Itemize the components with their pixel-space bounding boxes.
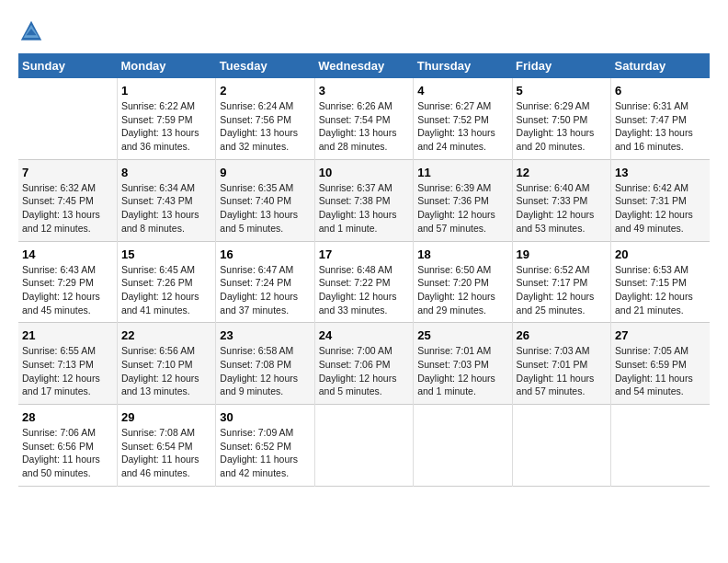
day-info: Sunrise: 6:29 AMSunset: 7:50 PMDaylight:… (517, 99, 607, 154)
day-number: 5 (517, 84, 607, 98)
calendar-cell: 18Sunrise: 6:50 AMSunset: 7:20 PMDayligh… (414, 241, 512, 323)
week-row-2: 7Sunrise: 6:32 AMSunset: 7:45 PMDaylight… (18, 159, 710, 241)
calendar-cell (18, 78, 117, 159)
week-row-3: 14Sunrise: 6:43 AMSunset: 7:29 PMDayligh… (18, 241, 710, 323)
day-number: 22 (121, 328, 211, 342)
week-row-5: 28Sunrise: 7:06 AMSunset: 6:56 PMDayligh… (18, 405, 710, 487)
week-row-1: 1Sunrise: 6:22 AMSunset: 7:59 PMDaylight… (18, 78, 710, 159)
weekday-header-tuesday: Tuesday (216, 53, 314, 78)
day-number: 25 (417, 328, 507, 342)
calendar-cell: 16Sunrise: 6:47 AMSunset: 7:24 PMDayligh… (216, 241, 314, 323)
calendar-cell: 12Sunrise: 6:40 AMSunset: 7:33 PMDayligh… (512, 159, 610, 241)
day-number: 21 (22, 328, 113, 342)
day-number: 9 (220, 166, 310, 179)
day-info: Sunrise: 6:24 AMSunset: 7:56 PMDaylight:… (220, 99, 310, 154)
calendar-cell (512, 405, 610, 487)
day-number: 6 (615, 84, 706, 98)
day-number: 30 (220, 410, 310, 424)
day-info: Sunrise: 6:53 AMSunset: 7:15 PMDaylight:… (615, 263, 706, 317)
calendar-cell: 17Sunrise: 6:48 AMSunset: 7:22 PMDayligh… (314, 241, 413, 323)
day-info: Sunrise: 6:40 AMSunset: 7:33 PMDaylight:… (517, 181, 607, 236)
weekday-header-thursday: Thursday (414, 53, 512, 78)
day-info: Sunrise: 7:05 AMSunset: 6:59 PMDaylight:… (615, 344, 706, 398)
day-info: Sunrise: 6:37 AMSunset: 7:38 PMDaylight:… (319, 181, 409, 236)
calendar-cell: 22Sunrise: 6:56 AMSunset: 7:10 PMDayligh… (117, 323, 215, 405)
day-info: Sunrise: 6:26 AMSunset: 7:54 PMDaylight:… (319, 99, 409, 154)
day-number: 18 (417, 247, 507, 261)
day-info: Sunrise: 6:50 AMSunset: 7:20 PMDaylight:… (417, 263, 507, 317)
day-number: 13 (615, 166, 706, 179)
calendar-cell: 26Sunrise: 7:03 AMSunset: 7:01 PMDayligh… (512, 323, 610, 405)
calendar-cell: 2Sunrise: 6:24 AMSunset: 7:56 PMDaylight… (216, 78, 314, 159)
day-info: Sunrise: 6:35 AMSunset: 7:40 PMDaylight:… (220, 181, 310, 236)
day-number: 16 (220, 247, 310, 261)
calendar-cell (611, 405, 710, 487)
day-number: 26 (517, 328, 607, 342)
day-number: 19 (517, 247, 607, 261)
day-info: Sunrise: 6:52 AMSunset: 7:17 PMDaylight:… (517, 263, 607, 317)
weekday-header-row: SundayMondayTuesdayWednesdayThursdayFrid… (18, 53, 710, 78)
day-number: 10 (319, 166, 409, 179)
weekday-header-monday: Monday (117, 53, 215, 78)
day-info: Sunrise: 7:09 AMSunset: 6:52 PMDaylight:… (220, 426, 310, 480)
weekday-header-wednesday: Wednesday (314, 53, 413, 78)
calendar-cell: 14Sunrise: 6:43 AMSunset: 7:29 PMDayligh… (18, 241, 117, 323)
day-number: 23 (220, 328, 310, 342)
calendar-cell: 29Sunrise: 7:08 AMSunset: 6:54 PMDayligh… (117, 405, 215, 487)
day-info: Sunrise: 6:55 AMSunset: 7:13 PMDaylight:… (22, 344, 113, 398)
calendar-cell (314, 405, 413, 487)
day-number: 14 (22, 247, 113, 261)
logo (18, 18, 48, 44)
weekday-header-sunday: Sunday (18, 53, 117, 78)
calendar-cell: 27Sunrise: 7:05 AMSunset: 6:59 PMDayligh… (611, 323, 710, 405)
page-header (18, 18, 710, 44)
day-info: Sunrise: 6:34 AMSunset: 7:43 PMDaylight:… (121, 181, 211, 236)
day-number: 3 (319, 84, 409, 98)
week-row-4: 21Sunrise: 6:55 AMSunset: 7:13 PMDayligh… (18, 323, 710, 405)
calendar-cell: 5Sunrise: 6:29 AMSunset: 7:50 PMDaylight… (512, 78, 610, 159)
day-number: 28 (22, 410, 113, 424)
day-info: Sunrise: 6:31 AMSunset: 7:47 PMDaylight:… (615, 99, 706, 154)
day-info: Sunrise: 6:39 AMSunset: 7:36 PMDaylight:… (417, 181, 507, 236)
calendar-cell (414, 405, 512, 487)
calendar-cell: 24Sunrise: 7:00 AMSunset: 7:06 PMDayligh… (314, 323, 413, 405)
day-info: Sunrise: 6:27 AMSunset: 7:52 PMDaylight:… (417, 99, 507, 154)
calendar-cell: 11Sunrise: 6:39 AMSunset: 7:36 PMDayligh… (414, 159, 512, 241)
day-number: 12 (517, 166, 607, 179)
day-number: 15 (121, 247, 211, 261)
calendar-cell: 7Sunrise: 6:32 AMSunset: 7:45 PMDaylight… (18, 159, 117, 241)
day-number: 29 (121, 410, 211, 424)
calendar-cell: 6Sunrise: 6:31 AMSunset: 7:47 PMDaylight… (611, 78, 710, 159)
day-info: Sunrise: 7:03 AMSunset: 7:01 PMDaylight:… (517, 344, 607, 398)
calendar-cell: 28Sunrise: 7:06 AMSunset: 6:56 PMDayligh… (18, 405, 117, 487)
day-number: 24 (319, 328, 409, 342)
logo-icon (18, 18, 44, 44)
day-number: 7 (22, 166, 113, 179)
day-number: 4 (417, 84, 507, 98)
day-info: Sunrise: 6:47 AMSunset: 7:24 PMDaylight:… (220, 263, 310, 317)
calendar-cell: 13Sunrise: 6:42 AMSunset: 7:31 PMDayligh… (611, 159, 710, 241)
day-number: 8 (121, 166, 211, 179)
weekday-header-friday: Friday (512, 53, 610, 78)
calendar-cell: 21Sunrise: 6:55 AMSunset: 7:13 PMDayligh… (18, 323, 117, 405)
day-number: 2 (220, 84, 310, 98)
calendar-table: SundayMondayTuesdayWednesdayThursdayFrid… (18, 53, 710, 487)
calendar-cell: 15Sunrise: 6:45 AMSunset: 7:26 PMDayligh… (117, 241, 215, 323)
day-number: 11 (417, 166, 507, 179)
day-info: Sunrise: 6:32 AMSunset: 7:45 PMDaylight:… (22, 181, 113, 236)
calendar-cell: 23Sunrise: 6:58 AMSunset: 7:08 PMDayligh… (216, 323, 314, 405)
calendar-cell: 9Sunrise: 6:35 AMSunset: 7:40 PMDaylight… (216, 159, 314, 241)
calendar-cell: 8Sunrise: 6:34 AMSunset: 7:43 PMDaylight… (117, 159, 215, 241)
calendar-cell: 3Sunrise: 6:26 AMSunset: 7:54 PMDaylight… (314, 78, 413, 159)
calendar-cell: 1Sunrise: 6:22 AMSunset: 7:59 PMDaylight… (117, 78, 215, 159)
day-number: 17 (319, 247, 409, 261)
day-info: Sunrise: 7:00 AMSunset: 7:06 PMDaylight:… (319, 344, 409, 398)
day-info: Sunrise: 6:43 AMSunset: 7:29 PMDaylight:… (22, 263, 113, 317)
calendar-cell: 19Sunrise: 6:52 AMSunset: 7:17 PMDayligh… (512, 241, 610, 323)
weekday-header-saturday: Saturday (611, 53, 710, 78)
calendar-cell: 20Sunrise: 6:53 AMSunset: 7:15 PMDayligh… (611, 241, 710, 323)
day-number: 1 (121, 84, 211, 98)
day-number: 27 (615, 328, 706, 342)
day-info: Sunrise: 6:58 AMSunset: 7:08 PMDaylight:… (220, 344, 310, 398)
day-info: Sunrise: 6:45 AMSunset: 7:26 PMDaylight:… (121, 263, 211, 317)
